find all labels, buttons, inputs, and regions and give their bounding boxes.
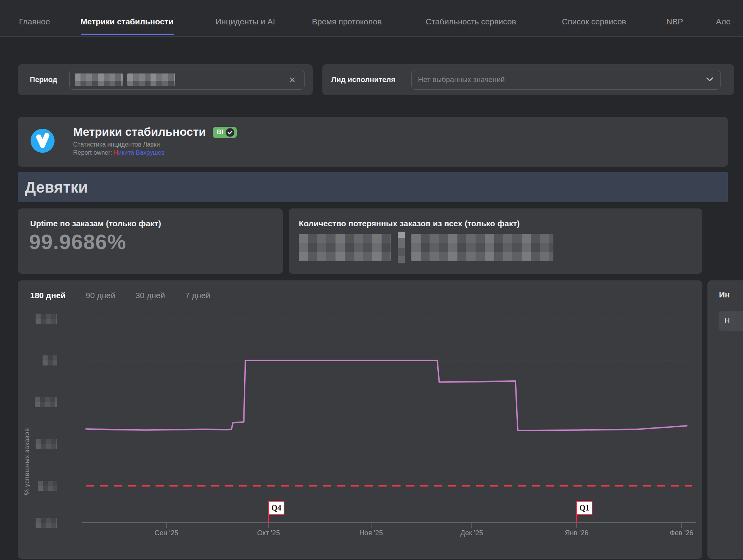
report-owner-link[interactable]: Никита Вахрушев [114, 149, 164, 156]
x-label-feb26: Фев '26 [669, 529, 693, 537]
flag-q4[interactable]: Q4 [268, 501, 284, 515]
bi-badge: BI [213, 127, 237, 138]
nav-tab-main[interactable]: Главное [19, 17, 50, 26]
flag-q1-pole [576, 515, 577, 523]
flag-q4-pole [268, 515, 269, 523]
nav-tab-service-stability[interactable]: Стабильность сервисов [426, 17, 516, 26]
side-panel-truncated: Ин Н [707, 280, 743, 559]
x-label-jan26: Янв '26 [565, 529, 589, 537]
uptime-chart-card: 180 дней 90 дней 30 дней 7 дней % успешн… [18, 280, 702, 559]
lavka-logo [31, 129, 55, 154]
bi-badge-label: BI [217, 129, 223, 136]
x-label-oct25: Окт '25 [257, 529, 280, 537]
nav-tab-alerts-truncated[interactable]: Але [716, 17, 731, 26]
x-label-nov25: Ноя '25 [359, 529, 383, 537]
clear-period-icon[interactable]: ✕ [289, 76, 296, 84]
period-filter-card: Период ✕ [18, 64, 313, 95]
x-label-sep25: Сен '25 [154, 529, 178, 537]
report-owner-line: Report owner: Никита Вахрушев [73, 149, 237, 156]
redacted-period-value-1 [75, 73, 123, 86]
side-panel-item[interactable]: Н [719, 311, 743, 331]
verified-check-icon [226, 128, 235, 137]
section-title: Девятки [18, 179, 88, 196]
report-title: Метрики стабильности [73, 125, 206, 138]
period-filter-label: Период [30, 75, 57, 84]
redacted-total-count [411, 234, 553, 261]
nav-tab-service-list[interactable]: Список сервисов [562, 17, 626, 26]
lost-orders-metric-value-redacted [299, 232, 553, 263]
chart-gridlines [82, 319, 693, 486]
nav-tab-protocol-time[interactable]: Время протоколов [312, 17, 382, 26]
redacted-period-value-2 [127, 73, 175, 86]
report-subtitle: Статистика инцидентов Лавки [73, 141, 237, 148]
lead-filter-label: Лид исполнителя [331, 75, 395, 84]
chart-x-ticks [166, 523, 681, 528]
lost-orders-metric-card: Количество потерянных заказов из всех (т… [289, 208, 702, 274]
uptime-line-chart [18, 280, 702, 559]
lead-filter-card: Лид исполнителя Нет выбранных значений [322, 64, 734, 95]
x-label-dec25: Дек '25 [461, 529, 483, 537]
redacted-lost-count [299, 234, 391, 261]
lost-orders-metric-title: Количество потерянных заказов из всех (т… [299, 219, 520, 228]
uptime-metric-card: Uptime по заказам (только факт) 99.9686% [18, 208, 283, 274]
report-owner-label: Report owner: [73, 149, 112, 156]
chevron-down-icon [706, 76, 713, 83]
redacted-slash [398, 232, 405, 263]
lead-filter-placeholder: Нет выбранных значений [412, 75, 505, 84]
nav-tab-stability-metrics[interactable]: Метрики стабильности [80, 17, 173, 26]
owner-name-first-letter: Н [114, 149, 118, 156]
owner-name-rest: икита Вахрушев [118, 149, 165, 156]
uptime-metric-title: Uptime по заказам (только факт) [30, 219, 161, 228]
chart-series-line [86, 360, 687, 430]
top-nav: Главное Метрики стабильности Инциденты и… [0, 0, 743, 37]
nav-tab-incidents-ai[interactable]: Инциденты и AI [216, 17, 275, 26]
period-filter-input[interactable]: ✕ [69, 70, 305, 90]
side-panel-title: Ин [719, 290, 730, 299]
section-band: Девятки [18, 172, 728, 202]
flag-q1[interactable]: Q1 [576, 501, 592, 515]
uptime-metric-value: 99.9686% [29, 230, 126, 254]
report-header-card: Метрики стабильности BI Статистика инцид… [18, 117, 728, 167]
lead-filter-select[interactable]: Нет выбранных значений [411, 70, 721, 90]
nav-tab-nbp[interactable]: NBP [666, 17, 683, 26]
